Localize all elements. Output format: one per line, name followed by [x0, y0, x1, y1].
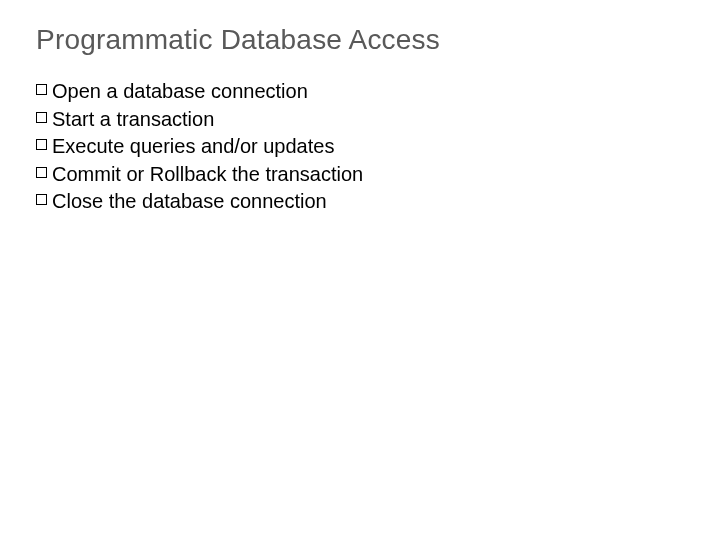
list-item: Close the database connection [36, 188, 684, 216]
slide: Programmatic Database Access Open a data… [0, 0, 720, 540]
list-item-text: Commit or Rollback the transaction [52, 161, 363, 189]
square-bullet-icon [36, 84, 47, 95]
list-item-text: Start a transaction [52, 106, 214, 134]
list-item: Open a database connection [36, 78, 684, 106]
list-item: Commit or Rollback the transaction [36, 161, 684, 189]
square-bullet-icon [36, 194, 47, 205]
square-bullet-icon [36, 112, 47, 123]
square-bullet-icon [36, 167, 47, 178]
list-item: Start a transaction [36, 106, 684, 134]
list-item-text: Open a database connection [52, 78, 308, 106]
list-item-text: Close the database connection [52, 188, 327, 216]
bullet-list: Open a database connection Start a trans… [36, 78, 684, 216]
square-bullet-icon [36, 139, 47, 150]
slide-title: Programmatic Database Access [36, 24, 684, 56]
list-item-text: Execute queries and/or updates [52, 133, 334, 161]
list-item: Execute queries and/or updates [36, 133, 684, 161]
